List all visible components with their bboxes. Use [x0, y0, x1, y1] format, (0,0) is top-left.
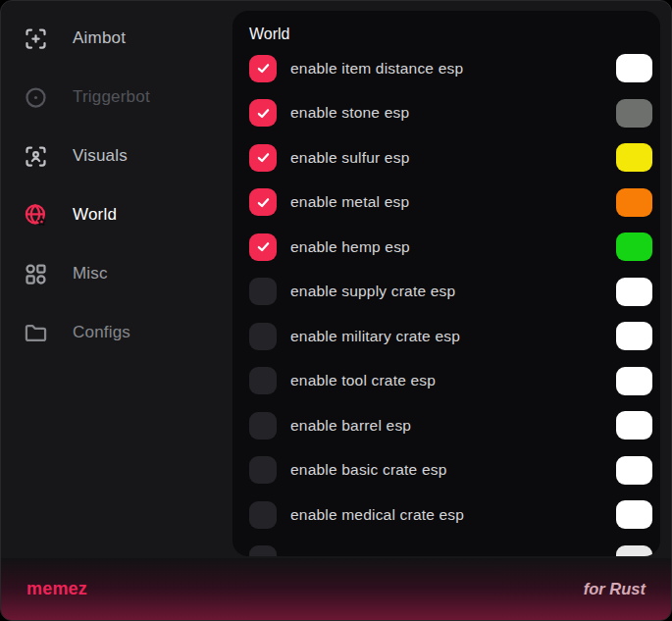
esp-color-swatch[interactable] [616, 99, 652, 128]
sidebar-item-triggerbot[interactable]: Triggerbot [1, 68, 233, 127]
esp-row-label: enable sulfur esp [290, 149, 409, 167]
esp-row-label: enable barrel esp [290, 417, 411, 435]
sidebar: Aimbot Triggerbot Visuals World Misc Con… [1, 1, 233, 560]
esp-row: enable metal esp [233, 181, 660, 226]
panel-title: World [233, 25, 660, 46]
esp-row-label: enable metal esp [290, 193, 409, 211]
esp-row-label: enable item distance esp [290, 60, 463, 78]
esp-checkbox[interactable] [249, 55, 277, 82]
esp-row: enable supply crate esp [233, 270, 660, 315]
esp-color-swatch[interactable] [616, 322, 652, 350]
misc-shapes-icon [23, 261, 49, 287]
esp-row-label: enable military crate esp [290, 328, 460, 345]
esp-row: enable sulfur esp [233, 135, 660, 181]
sidebar-item-aimbot[interactable]: Aimbot [1, 9, 233, 68]
esp-checkbox[interactable] [249, 456, 277, 484]
cheat-menu-window: Aimbot Triggerbot Visuals World Misc Con… [0, 0, 672, 621]
esp-row: enable stone esp [233, 91, 660, 136]
sidebar-item-misc[interactable]: Misc [1, 244, 233, 303]
esp-row-label: enable hemp esp [290, 238, 410, 256]
esp-row: enable hemp esp [233, 225, 660, 270]
esp-checkbox[interactable] [249, 188, 277, 216]
world-panel: World enable item distance esp enable st… [233, 11, 660, 556]
esp-checkbox[interactable] [249, 412, 277, 440]
visuals-scan-icon [23, 143, 49, 170]
footer: memez for Rust [1, 558, 671, 620]
esp-row-label: enable supply crate esp [290, 283, 455, 300]
world-globe-icon [23, 202, 49, 229]
esp-color-swatch[interactable] [616, 278, 652, 306]
esp-checkbox[interactable] [249, 501, 277, 529]
esp-color-swatch[interactable] [616, 500, 652, 529]
footer-tagline: for Rust [584, 580, 646, 598]
esp-color-swatch[interactable] [616, 545, 652, 556]
esp-row: enable basic crate esp [233, 448, 660, 493]
esp-row: enable tool crate esp [233, 359, 660, 404]
esp-checkbox[interactable] [249, 144, 277, 172]
esp-row: enable item distance esp [233, 46, 660, 91]
esp-checkbox[interactable] [249, 278, 277, 305]
sidebar-item-world[interactable]: World [1, 185, 233, 244]
esp-color-swatch[interactable] [616, 411, 652, 440]
esp-row: enable medical crate esp [233, 492, 660, 538]
esp-row [233, 538, 660, 557]
sidebar-item-configs[interactable]: Configs [1, 303, 233, 362]
configs-folder-icon [23, 320, 49, 346]
triggerbot-target-icon [23, 84, 49, 111]
esp-checkbox[interactable] [249, 367, 277, 394]
esp-row: enable military crate esp [233, 314, 660, 359]
esp-color-swatch[interactable] [616, 54, 652, 82]
brand-logo: memez [26, 579, 87, 599]
esp-rows: enable item distance esp enable stone es… [233, 46, 660, 556]
esp-color-swatch[interactable] [616, 367, 652, 395]
esp-row-label: enable basic crate esp [290, 461, 447, 479]
esp-row-label: enable tool crate esp [290, 372, 436, 389]
esp-color-swatch[interactable] [616, 143, 652, 172]
esp-color-swatch[interactable] [616, 233, 652, 261]
esp-color-swatch[interactable] [616, 188, 652, 217]
esp-checkbox[interactable] [249, 233, 277, 261]
aimbot-crosshair-icon [23, 26, 49, 52]
esp-row-label: enable medical crate esp [290, 506, 464, 524]
sidebar-item-visuals[interactable]: Visuals [1, 127, 233, 185]
esp-color-swatch[interactable] [616, 456, 652, 485]
esp-row-label: enable stone esp [290, 104, 409, 122]
esp-checkbox[interactable] [249, 323, 277, 350]
esp-row: enable barrel esp [233, 403, 660, 448]
esp-checkbox[interactable] [249, 99, 277, 127]
esp-checkbox[interactable] [249, 545, 277, 556]
